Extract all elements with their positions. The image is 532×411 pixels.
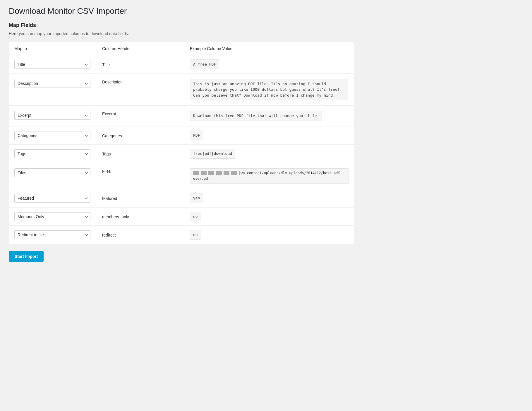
example-value-featured: yes — [190, 193, 349, 203]
table-row: Title Description Excerpt Categories Tag… — [9, 208, 354, 226]
select-cell-tags: Title Description Excerpt Categories Tag… — [14, 149, 102, 158]
example-value-tags: free|pdf|download — [190, 149, 349, 159]
select-cell-files: Title Description Excerpt Categories Tag… — [14, 168, 102, 177]
table-row: Title Description Excerpt Categories Tag… — [9, 226, 354, 244]
map-select-files[interactable]: Title Description Excerpt Categories Tag… — [14, 168, 90, 177]
select-cell-redirect: Title Description Excerpt Categories Tag… — [14, 230, 102, 239]
map-select-redirect[interactable]: Title Description Excerpt Categories Tag… — [14, 230, 90, 239]
start-import-button[interactable]: Start Import — [9, 251, 44, 262]
map-select-featured[interactable]: Title Description Excerpt Categories Tag… — [14, 194, 90, 203]
example-value-categories: PDF — [190, 131, 349, 141]
example-value-description: This is just an amazing PDF file. It’s s… — [190, 79, 349, 100]
column-header-title: Title — [102, 62, 190, 67]
blurred-url-prefix — [193, 171, 240, 175]
header-example-value: Example Column Value — [190, 46, 349, 51]
select-cell-title: Title Description Excerpt Categories Tag… — [14, 60, 102, 69]
select-cell-excerpt: Title Description Excerpt Categories Tag… — [14, 111, 102, 120]
map-select-members-only[interactable]: Title Description Excerpt Categories Tag… — [14, 212, 90, 221]
select-cell-members-only: Title Description Excerpt Categories Tag… — [14, 212, 102, 221]
page-title: Download Monitor CSV Importer — [9, 6, 523, 16]
column-header-redirect: redirect — [102, 232, 190, 237]
map-select-title[interactable]: Title Description Excerpt Categories Tag… — [14, 60, 90, 69]
table-row: Title Description Excerpt Categories Tag… — [9, 106, 354, 126]
map-select-excerpt[interactable]: Title Description Excerpt Categories Tag… — [14, 111, 90, 120]
example-value-title: A free PDF — [190, 59, 349, 69]
map-select-description[interactable]: Title Description Excerpt Categories Tag… — [14, 79, 90, 88]
map-fields-table: Map to Column Header Example Column Valu… — [9, 42, 354, 244]
example-value-members-only: no — [190, 212, 349, 222]
table-row: Title Description Excerpt Categories Tag… — [9, 55, 354, 74]
column-header-description: Description — [102, 79, 190, 84]
map-select-tags[interactable]: Title Description Excerpt Categories Tag… — [14, 149, 90, 158]
example-value-redirect: no — [190, 230, 349, 240]
map-select-categories[interactable]: Title Description Excerpt Categories Tag… — [14, 131, 90, 140]
example-value-excerpt: Download this free PDF file that will ch… — [190, 111, 349, 121]
table-header: Map to Column Header Example Column Valu… — [9, 42, 354, 55]
column-header-excerpt: Excerpt — [102, 111, 190, 116]
table-row: Title Description Excerpt Categories Tag… — [9, 163, 354, 189]
column-header-categories: Categories — [102, 133, 190, 138]
page-description: Here you can map your imported columns t… — [9, 31, 523, 36]
select-cell-description: Title Description Excerpt Categories Tag… — [14, 79, 102, 88]
section-title: Map Fields — [9, 22, 523, 28]
select-cell-categories: Title Description Excerpt Categories Tag… — [14, 131, 102, 140]
header-column-header: Column Header — [102, 46, 190, 51]
table-row: Title Description Excerpt Categories Tag… — [9, 126, 354, 145]
table-row: Title Description Excerpt Categories Tag… — [9, 189, 354, 208]
header-map-to: Map to — [14, 46, 102, 51]
table-row: Title Description Excerpt Categories Tag… — [9, 74, 354, 106]
table-row: Title Description Excerpt Categories Tag… — [9, 145, 354, 163]
select-cell-featured: Title Description Excerpt Categories Tag… — [14, 194, 102, 203]
column-header-tags: Tags — [102, 151, 190, 156]
column-header-featured: featured — [102, 196, 190, 201]
column-header-members-only: members_only — [102, 214, 190, 219]
example-value-files: wp-content/uploads/dlm_uploads/2014/12/b… — [190, 168, 349, 184]
column-header-files: Files — [102, 168, 190, 174]
